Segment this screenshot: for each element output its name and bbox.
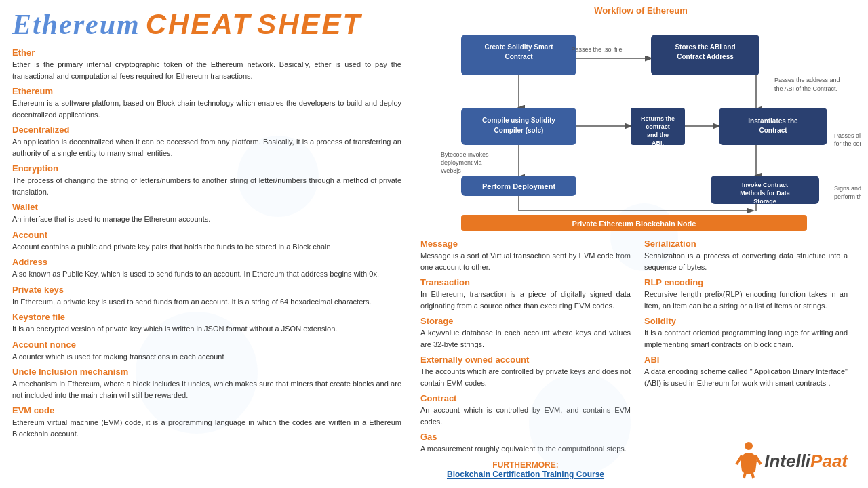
svg-text:Contract: Contract [759, 127, 787, 134]
logo-ntelli: ntelli [769, 451, 810, 471]
section-title-gas: Gas [420, 432, 631, 442]
left-panel: Ethereum CHEAT SHEET EtherEther is the p… [0, 0, 414, 488]
workflow-svg: Create Solidity Smart Contract Stores th… [420, 21, 861, 231]
section-body: A mechanism in Ethereum, where a block i… [12, 378, 401, 401]
section-title-ethereum: Ethereum [12, 86, 401, 96]
logo-text: IntelliPaat [764, 452, 848, 470]
section-body: In Ethereum, a private key is used to se… [12, 296, 401, 308]
section-body: An application is decentralized when it … [12, 136, 401, 159]
svg-text:ABI.: ABI. [652, 140, 664, 146]
svg-text:Methods for Data: Methods for Data [740, 190, 790, 197]
section-body: A counter which is used for making trans… [12, 351, 401, 363]
logo-area: IntelliPaat [734, 441, 848, 481]
svg-text:perform the operation: perform the operation [834, 193, 861, 200]
section-body: Ethereum is a software platform, based o… [12, 98, 401, 120]
svg-text:Contract Address: Contract Address [677, 53, 734, 60]
svg-text:for the contract method: for the contract method [834, 140, 861, 147]
middle-content: MessageMessage is a sort of Virtual tran… [414, 234, 637, 488]
svg-text:Invoke Contract: Invoke Contract [742, 182, 788, 188]
section-title-account-nonce: Account nonce [12, 340, 401, 350]
workflow-diagram: Create Solidity Smart Contract Stores th… [420, 21, 861, 231]
svg-text:and the: and the [647, 131, 669, 138]
svg-text:contract: contract [646, 123, 670, 130]
svg-text:Compiler (solc): Compiler (solc) [494, 127, 544, 134]
svg-text:Signs and passes Ether to: Signs and passes Ether to [834, 185, 861, 192]
section-body: An interface that is used to manage the … [12, 214, 401, 225]
svg-text:Perform Deployment: Perform Deployment [482, 182, 556, 190]
section-body: In Ethereum, transaction is a piece of d… [420, 289, 631, 311]
section-title-transaction: Transaction [420, 277, 631, 287]
section-body: Recursive length prefix(RLP) encoding fu… [644, 289, 848, 311]
section-title-storage: Storage [420, 316, 631, 326]
title-cheat: CHEAT [146, 8, 252, 41]
furthermore-link[interactable]: Blockchain Certification Training Course [420, 470, 631, 479]
section-body: Account contains a public and private ke… [12, 241, 401, 253]
svg-point-45 [745, 442, 753, 450]
furthermore-label: FURTHERMORE: [420, 460, 631, 470]
section-title-externally-owned-account: Externally owned account [420, 354, 631, 365]
svg-text:Bytecode invokes: Bytecode invokes [441, 151, 489, 158]
section-body: A key/value database in each account whe… [420, 327, 631, 350]
furthermore-section: FURTHERMORE: Blockchain Certification Tr… [420, 460, 631, 479]
section-body: A measurement roughly equivalent to the … [420, 443, 631, 455]
section-title-evm-code: EVM code [12, 405, 401, 415]
workflow-area: Workflow of Ethereum [414, 0, 868, 234]
section-body: An account which is controlled by EVM, a… [420, 405, 631, 427]
section-title-uncle-inclusion-mechanism: Uncle Inclusion mechanism [12, 367, 401, 377]
svg-text:deployment via: deployment via [441, 159, 482, 166]
section-body: Message is a sort of Virtual transaction… [420, 250, 631, 272]
svg-text:Contract: Contract [505, 53, 533, 60]
section-title-keystore-file: Keystore file [12, 312, 401, 322]
page-content: Ethereum CHEAT SHEET EtherEther is the p… [0, 0, 868, 488]
section-title-encryption: Encryption [12, 163, 401, 174]
left-sections: EtherEther is the primary internal crypt… [12, 47, 401, 439]
middle-sections: MessageMessage is a sort of Virtual tran… [420, 239, 631, 455]
section-body: A data encoding scheme called " Applicat… [644, 366, 848, 388]
svg-text:Instantiates the: Instantiates the [748, 117, 798, 125]
title-sheet: SHEET [257, 8, 362, 41]
section-body: The accounts which are controlled by pri… [420, 366, 631, 388]
section-title-rlp-encoding: RLP encoding [644, 277, 848, 287]
logo-figure [734, 441, 764, 481]
svg-text:Web3js: Web3js [441, 167, 461, 174]
title-ethereum: Ethereum [12, 8, 140, 41]
svg-text:Create Solidity Smart: Create Solidity Smart [484, 43, 553, 51]
section-title-solidity: Solidity [644, 316, 848, 326]
svg-text:the ABI of the Contract.: the ABI of the Contract. [774, 85, 837, 92]
svg-text:Compile using Solidity: Compile using Solidity [482, 117, 555, 124]
section-title-ether: Ether [12, 47, 401, 58]
workflow-title: Workflow of Ethereum [420, 5, 861, 16]
section-title-account: Account [12, 230, 401, 240]
section-body: Ethereum virtual machine (EVM) code, it … [12, 417, 401, 439]
svg-text:Storage: Storage [753, 198, 776, 205]
section-title-private-keys: Private keys [12, 285, 401, 295]
section-title-address: Address [12, 257, 401, 267]
svg-text:Passes the .sol file: Passes the .sol file [571, 46, 622, 53]
logo-paat: Paat [810, 451, 848, 471]
section-title-decentralized: Decentralized [12, 125, 401, 135]
svg-text:Private Ethereum Blockchain No: Private Ethereum Blockchain Node [572, 220, 696, 228]
section-title-abi: ABI [644, 354, 848, 365]
section-body: Serialization is a process of converting… [644, 250, 848, 272]
bottom-content: MessageMessage is a sort of Virtual tran… [414, 234, 868, 488]
section-title-contract: Contract [420, 393, 631, 403]
section-body: Also known as Public Key, which is used … [12, 268, 401, 280]
section-body: It is a contract oriented programming la… [644, 327, 848, 350]
svg-text:Passes all the parameters: Passes all the parameters [834, 132, 861, 139]
section-title-message: Message [420, 239, 631, 249]
section-body: The process of changing the string of le… [12, 175, 401, 197]
right-content: SerializationSerialization is a process … [637, 234, 854, 488]
svg-text:Passes the address and: Passes the address and [774, 77, 840, 83]
svg-text:Stores the ABI and: Stores the ABI and [675, 43, 735, 51]
section-title-wallet: Wallet [12, 202, 401, 212]
section-body: It is an encrypted version of private ke… [12, 323, 401, 335]
right-sections: SerializationSerialization is a process … [644, 239, 848, 388]
svg-text:Returns the: Returns the [641, 115, 675, 122]
section-body: Ether is the primary internal cryptograp… [12, 59, 401, 81]
section-title-serialization: Serialization [644, 239, 848, 249]
title-line: Ethereum CHEAT SHEET [12, 8, 401, 41]
